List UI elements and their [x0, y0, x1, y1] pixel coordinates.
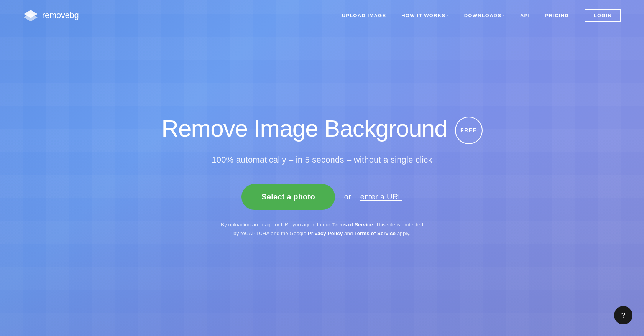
enter-url-link[interactable]: enter a URL: [360, 193, 402, 201]
logo-text: removebg: [42, 10, 79, 20]
content-wrapper: removebg UPLOAD IMAGE HOW IT WORKS DOWNL…: [0, 0, 644, 336]
cta-row: Select a photo or enter a URL: [242, 184, 402, 210]
logo-icon: [23, 9, 38, 21]
login-button[interactable]: LOGIN: [585, 9, 621, 22]
nav-upload-image[interactable]: UPLOAD IMAGE: [342, 13, 386, 18]
nav-pricing[interactable]: PRICING: [545, 13, 569, 18]
navbar: removebg UPLOAD IMAGE HOW IT WORKS DOWNL…: [0, 0, 644, 31]
hero-subtitle: 100% automatically – in 5 seconds – with…: [212, 155, 432, 165]
privacy-policy-link[interactable]: Privacy Policy: [308, 231, 343, 236]
hero-section: Remove Image Background FREE 100% automa…: [0, 15, 644, 336]
free-badge: FREE: [455, 117, 483, 144]
nav-downloads[interactable]: DOWNLOADS: [464, 13, 505, 18]
logo[interactable]: removebg: [23, 9, 79, 21]
terms-text: By uploading an image or URL you agree t…: [221, 221, 423, 238]
nav-links: UPLOAD IMAGE HOW IT WORKS DOWNLOADS API …: [342, 9, 621, 22]
terms-service-link-2[interactable]: Terms of Service: [354, 231, 396, 236]
terms-service-link-1[interactable]: Terms of Service: [332, 222, 373, 227]
help-button[interactable]: ?: [614, 306, 632, 324]
hero-title-row: Remove Image Background FREE: [161, 114, 483, 144]
hero-title: Remove Image Background: [161, 115, 447, 142]
nav-how-it-works[interactable]: HOW IT WORKS: [401, 13, 449, 18]
or-text: or: [344, 193, 351, 201]
nav-api[interactable]: API: [520, 13, 530, 18]
select-photo-button[interactable]: Select a photo: [242, 184, 335, 210]
